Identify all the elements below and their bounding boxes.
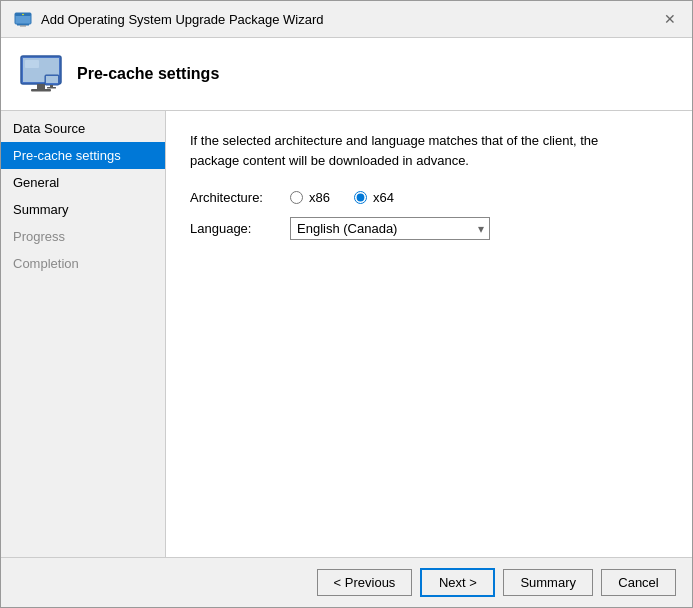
title-bar: Add Operating System Upgrade Package Wiz…	[1, 1, 692, 38]
description-text: If the selected architecture and languag…	[190, 131, 610, 170]
sidebar-item-general[interactable]: General	[1, 169, 165, 196]
sidebar-item-data-source[interactable]: Data Source	[1, 115, 165, 142]
footer: < Previous Next > Summary Cancel	[1, 557, 692, 607]
header-section: Pre-cache settings	[1, 38, 692, 111]
sidebar-item-completion: Completion	[1, 250, 165, 277]
dialog-title: Add Operating System Upgrade Package Wiz…	[41, 12, 324, 27]
svg-rect-11	[46, 76, 58, 83]
sidebar-item-progress: Progress	[1, 223, 165, 250]
previous-button[interactable]: < Previous	[317, 569, 413, 596]
radio-x64[interactable]	[354, 191, 367, 204]
header-title: Pre-cache settings	[77, 65, 219, 83]
next-button[interactable]: Next >	[420, 568, 495, 597]
radio-x86[interactable]	[290, 191, 303, 204]
summary-button[interactable]: Summary	[503, 569, 593, 596]
radio-x64-option[interactable]: x64	[354, 190, 394, 205]
content-area: Data Source Pre-cache settings General S…	[1, 111, 692, 557]
svg-rect-9	[31, 89, 51, 92]
svg-rect-3	[20, 26, 26, 27]
radio-x86-option[interactable]: x86	[290, 190, 330, 205]
language-row: Language: English (Canada) English (Unit…	[190, 217, 668, 240]
language-select-wrapper: English (Canada) English (United States)…	[290, 217, 490, 240]
computer-icon	[17, 50, 65, 98]
svg-rect-7	[25, 60, 39, 68]
language-label: Language:	[190, 221, 290, 236]
main-content: If the selected architecture and languag…	[166, 111, 692, 557]
radio-x86-label: x86	[309, 190, 330, 205]
sidebar-item-summary[interactable]: Summary	[1, 196, 165, 223]
title-bar-left: Add Operating System Upgrade Package Wiz…	[13, 9, 324, 29]
wizard-icon	[13, 9, 33, 29]
sidebar-item-pre-cache-settings[interactable]: Pre-cache settings	[1, 142, 165, 169]
svg-rect-8	[37, 84, 45, 89]
svg-rect-2	[17, 24, 29, 26]
dialog-window: Add Operating System Upgrade Package Wiz…	[0, 0, 693, 608]
svg-rect-12	[50, 85, 53, 87]
svg-rect-13	[47, 87, 56, 89]
architecture-radio-group: x86 x64	[290, 190, 394, 205]
language-select[interactable]: English (Canada) English (United States)…	[290, 217, 490, 240]
close-button[interactable]: ✕	[660, 9, 680, 29]
architecture-label: Architecture:	[190, 190, 290, 205]
cancel-button[interactable]: Cancel	[601, 569, 676, 596]
radio-x64-label: x64	[373, 190, 394, 205]
architecture-row: Architecture: x86 x64	[190, 190, 668, 205]
sidebar: Data Source Pre-cache settings General S…	[1, 111, 166, 557]
svg-point-4	[22, 14, 24, 16]
